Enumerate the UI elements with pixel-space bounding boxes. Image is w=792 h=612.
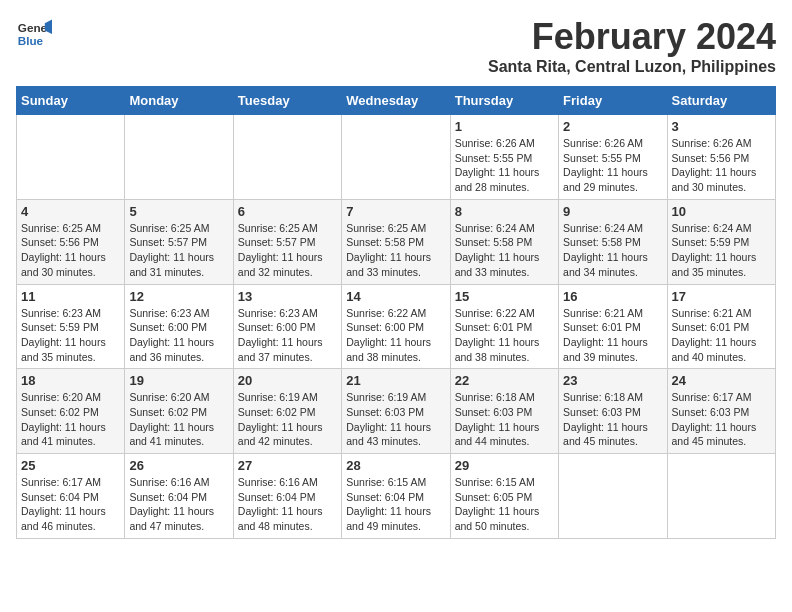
- day-info: Sunrise: 6:21 AM Sunset: 6:01 PM Dayligh…: [563, 306, 662, 365]
- day-info: Sunrise: 6:19 AM Sunset: 6:02 PM Dayligh…: [238, 390, 337, 449]
- day-number: 23: [563, 373, 662, 388]
- day-number: 19: [129, 373, 228, 388]
- day-info: Sunrise: 6:18 AM Sunset: 6:03 PM Dayligh…: [455, 390, 554, 449]
- calendar-cell: 28Sunrise: 6:15 AM Sunset: 6:04 PM Dayli…: [342, 454, 450, 539]
- weekday-header-tuesday: Tuesday: [233, 87, 341, 115]
- calendar-cell: 14Sunrise: 6:22 AM Sunset: 6:00 PM Dayli…: [342, 284, 450, 369]
- day-info: Sunrise: 6:18 AM Sunset: 6:03 PM Dayligh…: [563, 390, 662, 449]
- calendar-cell: 10Sunrise: 6:24 AM Sunset: 5:59 PM Dayli…: [667, 199, 775, 284]
- day-info: Sunrise: 6:24 AM Sunset: 5:58 PM Dayligh…: [455, 221, 554, 280]
- day-number: 10: [672, 204, 771, 219]
- calendar-cell: 16Sunrise: 6:21 AM Sunset: 6:01 PM Dayli…: [559, 284, 667, 369]
- day-info: Sunrise: 6:19 AM Sunset: 6:03 PM Dayligh…: [346, 390, 445, 449]
- day-number: 26: [129, 458, 228, 473]
- day-number: 7: [346, 204, 445, 219]
- calendar-cell: 12Sunrise: 6:23 AM Sunset: 6:00 PM Dayli…: [125, 284, 233, 369]
- calendar-cell: 20Sunrise: 6:19 AM Sunset: 6:02 PM Dayli…: [233, 369, 341, 454]
- day-number: 18: [21, 373, 120, 388]
- calendar-cell: 27Sunrise: 6:16 AM Sunset: 6:04 PM Dayli…: [233, 454, 341, 539]
- weekday-header-monday: Monday: [125, 87, 233, 115]
- svg-text:Blue: Blue: [18, 34, 44, 47]
- day-info: Sunrise: 6:23 AM Sunset: 6:00 PM Dayligh…: [129, 306, 228, 365]
- logo-icon: General Blue: [16, 16, 52, 52]
- calendar-cell: 18Sunrise: 6:20 AM Sunset: 6:02 PM Dayli…: [17, 369, 125, 454]
- calendar-cell: 19Sunrise: 6:20 AM Sunset: 6:02 PM Dayli…: [125, 369, 233, 454]
- day-info: Sunrise: 6:26 AM Sunset: 5:55 PM Dayligh…: [563, 136, 662, 195]
- day-info: Sunrise: 6:20 AM Sunset: 6:02 PM Dayligh…: [21, 390, 120, 449]
- day-info: Sunrise: 6:25 AM Sunset: 5:58 PM Dayligh…: [346, 221, 445, 280]
- calendar-header-row: SundayMondayTuesdayWednesdayThursdayFrid…: [17, 87, 776, 115]
- day-info: Sunrise: 6:22 AM Sunset: 6:00 PM Dayligh…: [346, 306, 445, 365]
- day-number: 11: [21, 289, 120, 304]
- day-info: Sunrise: 6:17 AM Sunset: 6:03 PM Dayligh…: [672, 390, 771, 449]
- day-number: 1: [455, 119, 554, 134]
- calendar-cell: 21Sunrise: 6:19 AM Sunset: 6:03 PM Dayli…: [342, 369, 450, 454]
- title-section: February 2024 Santa Rita, Central Luzon,…: [488, 16, 776, 76]
- day-number: 20: [238, 373, 337, 388]
- calendar-week-1: 1Sunrise: 6:26 AM Sunset: 5:55 PM Daylig…: [17, 115, 776, 200]
- calendar-week-2: 4Sunrise: 6:25 AM Sunset: 5:56 PM Daylig…: [17, 199, 776, 284]
- header: General Blue General Blue February 2024 …: [16, 16, 776, 76]
- calendar-cell: 6Sunrise: 6:25 AM Sunset: 5:57 PM Daylig…: [233, 199, 341, 284]
- day-number: 5: [129, 204, 228, 219]
- calendar-week-3: 11Sunrise: 6:23 AM Sunset: 5:59 PM Dayli…: [17, 284, 776, 369]
- calendar-cell: 15Sunrise: 6:22 AM Sunset: 6:01 PM Dayli…: [450, 284, 558, 369]
- day-number: 16: [563, 289, 662, 304]
- calendar-cell: 24Sunrise: 6:17 AM Sunset: 6:03 PM Dayli…: [667, 369, 775, 454]
- calendar-cell: 4Sunrise: 6:25 AM Sunset: 5:56 PM Daylig…: [17, 199, 125, 284]
- day-number: 14: [346, 289, 445, 304]
- day-info: Sunrise: 6:23 AM Sunset: 5:59 PM Dayligh…: [21, 306, 120, 365]
- weekday-header-sunday: Sunday: [17, 87, 125, 115]
- calendar-cell: 2Sunrise: 6:26 AM Sunset: 5:55 PM Daylig…: [559, 115, 667, 200]
- day-info: Sunrise: 6:20 AM Sunset: 6:02 PM Dayligh…: [129, 390, 228, 449]
- calendar-cell: 23Sunrise: 6:18 AM Sunset: 6:03 PM Dayli…: [559, 369, 667, 454]
- day-number: 21: [346, 373, 445, 388]
- day-info: Sunrise: 6:17 AM Sunset: 6:04 PM Dayligh…: [21, 475, 120, 534]
- day-info: Sunrise: 6:26 AM Sunset: 5:55 PM Dayligh…: [455, 136, 554, 195]
- day-info: Sunrise: 6:24 AM Sunset: 5:59 PM Dayligh…: [672, 221, 771, 280]
- day-info: Sunrise: 6:21 AM Sunset: 6:01 PM Dayligh…: [672, 306, 771, 365]
- day-number: 25: [21, 458, 120, 473]
- calendar-cell: 1Sunrise: 6:26 AM Sunset: 5:55 PM Daylig…: [450, 115, 558, 200]
- day-number: 24: [672, 373, 771, 388]
- calendar-cell: [559, 454, 667, 539]
- day-number: 17: [672, 289, 771, 304]
- calendar-cell: 25Sunrise: 6:17 AM Sunset: 6:04 PM Dayli…: [17, 454, 125, 539]
- weekday-header-wednesday: Wednesday: [342, 87, 450, 115]
- calendar-cell: 17Sunrise: 6:21 AM Sunset: 6:01 PM Dayli…: [667, 284, 775, 369]
- day-info: Sunrise: 6:15 AM Sunset: 6:04 PM Dayligh…: [346, 475, 445, 534]
- day-number: 12: [129, 289, 228, 304]
- calendar-cell: 13Sunrise: 6:23 AM Sunset: 6:00 PM Dayli…: [233, 284, 341, 369]
- day-number: 15: [455, 289, 554, 304]
- calendar-cell: 22Sunrise: 6:18 AM Sunset: 6:03 PM Dayli…: [450, 369, 558, 454]
- day-number: 22: [455, 373, 554, 388]
- weekday-header-saturday: Saturday: [667, 87, 775, 115]
- day-number: 4: [21, 204, 120, 219]
- weekday-header-thursday: Thursday: [450, 87, 558, 115]
- calendar-cell: 9Sunrise: 6:24 AM Sunset: 5:58 PM Daylig…: [559, 199, 667, 284]
- day-number: 9: [563, 204, 662, 219]
- day-number: 2: [563, 119, 662, 134]
- calendar-cell: [125, 115, 233, 200]
- day-number: 29: [455, 458, 554, 473]
- day-info: Sunrise: 6:22 AM Sunset: 6:01 PM Dayligh…: [455, 306, 554, 365]
- day-info: Sunrise: 6:15 AM Sunset: 6:05 PM Dayligh…: [455, 475, 554, 534]
- day-info: Sunrise: 6:23 AM Sunset: 6:00 PM Dayligh…: [238, 306, 337, 365]
- calendar-cell: 5Sunrise: 6:25 AM Sunset: 5:57 PM Daylig…: [125, 199, 233, 284]
- calendar-cell: 26Sunrise: 6:16 AM Sunset: 6:04 PM Dayli…: [125, 454, 233, 539]
- day-number: 13: [238, 289, 337, 304]
- calendar-cell: 7Sunrise: 6:25 AM Sunset: 5:58 PM Daylig…: [342, 199, 450, 284]
- calendar-cell: [233, 115, 341, 200]
- day-number: 3: [672, 119, 771, 134]
- day-number: 6: [238, 204, 337, 219]
- calendar-cell: 29Sunrise: 6:15 AM Sunset: 6:05 PM Dayli…: [450, 454, 558, 539]
- calendar-week-4: 18Sunrise: 6:20 AM Sunset: 6:02 PM Dayli…: [17, 369, 776, 454]
- calendar-cell: [667, 454, 775, 539]
- logo: General Blue General Blue: [16, 16, 52, 52]
- day-info: Sunrise: 6:26 AM Sunset: 5:56 PM Dayligh…: [672, 136, 771, 195]
- day-info: Sunrise: 6:25 AM Sunset: 5:57 PM Dayligh…: [238, 221, 337, 280]
- day-info: Sunrise: 6:16 AM Sunset: 6:04 PM Dayligh…: [238, 475, 337, 534]
- day-info: Sunrise: 6:25 AM Sunset: 5:56 PM Dayligh…: [21, 221, 120, 280]
- calendar-cell: 8Sunrise: 6:24 AM Sunset: 5:58 PM Daylig…: [450, 199, 558, 284]
- main-title: February 2024: [488, 16, 776, 58]
